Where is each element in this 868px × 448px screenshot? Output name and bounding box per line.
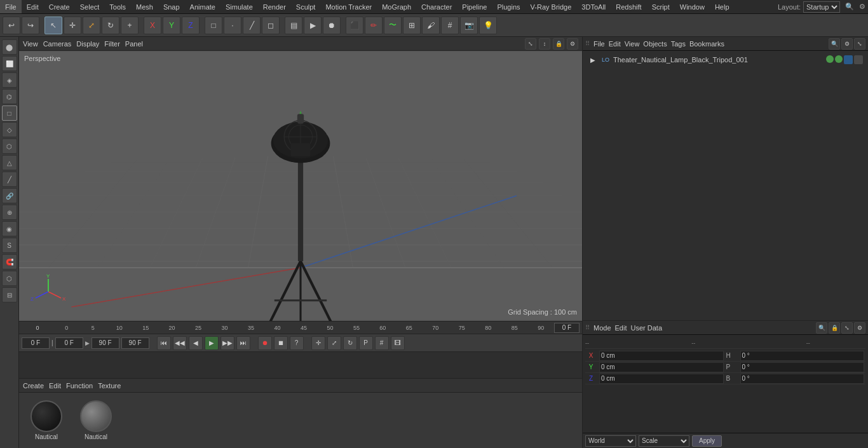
mat-menu-edit[interactable]: Edit (49, 382, 61, 390)
render-region-button[interactable]: ▤ (285, 17, 302, 34)
lt-mode4[interactable]: ⌬ (2, 89, 17, 104)
pen-button[interactable]: ✏ (365, 17, 383, 34)
step-back-button[interactable]: ◀◀ (173, 336, 187, 350)
om-settings-icon[interactable]: ⚙ (841, 38, 853, 50)
attr-z-pos[interactable] (599, 374, 724, 384)
viewport-3d[interactable]: Perspective Grid Spacing : 100 cm X Y Z (19, 51, 582, 321)
vp-menu-panel[interactable]: Panel (125, 40, 143, 48)
lt-mode8[interactable]: △ (2, 155, 17, 170)
menu-tools[interactable]: Tools (104, 0, 131, 13)
lt-mode16[interactable]: ⊟ (2, 287, 17, 302)
lt-mode5[interactable]: □ (2, 105, 17, 121)
material-swatch-0[interactable]: Nautical (24, 400, 69, 440)
menu-window[interactable]: Window (675, 0, 710, 13)
om-menu-file[interactable]: File (593, 40, 605, 48)
rotate-tool-button[interactable]: ↻ (102, 17, 119, 34)
attr-menu-userdata[interactable]: User Data (631, 324, 663, 332)
lt-mode14[interactable]: 🧲 (2, 254, 17, 269)
material-swatch-1[interactable]: Nautical (74, 400, 118, 440)
array-button[interactable]: ⊞ (403, 17, 421, 34)
attr-x-rot[interactable] (740, 351, 865, 361)
render-picture-button[interactable]: ⏺ (323, 17, 341, 34)
scale-transport-button[interactable]: ⤢ (327, 336, 341, 350)
light-button[interactable]: 💡 (479, 17, 497, 34)
menu-snap[interactable]: Snap (158, 0, 185, 13)
attr-y-rot[interactable] (740, 362, 865, 372)
max-frame-input[interactable] (121, 337, 149, 349)
pos-transport-button[interactable]: P (359, 336, 373, 350)
mat-menu-create[interactable]: Create (23, 382, 44, 390)
play-button[interactable]: ▶ (205, 336, 219, 350)
x-axis-button[interactable]: X (144, 17, 161, 34)
lt-mode2[interactable]: ⬜ (2, 56, 17, 71)
om-menu-edit[interactable]: Edit (609, 40, 621, 48)
undo-button[interactable]: ↩ (3, 17, 20, 34)
attr-z-rot[interactable] (740, 374, 865, 384)
rotate-transport-button[interactable]: ↻ (343, 336, 357, 350)
lt-mode11[interactable]: ⊕ (2, 205, 17, 220)
camera-button[interactable]: 📷 (460, 17, 478, 34)
menu-mograph[interactable]: MoGraph (377, 0, 416, 13)
attr-settings-icon[interactable]: ⚙ (854, 322, 865, 334)
search-icon[interactable]: 🔍 (843, 3, 857, 11)
prev-frame-button[interactable]: ◀ (189, 336, 203, 350)
menu-mesh[interactable]: Mesh (131, 0, 158, 13)
film-button[interactable]: 🎞 (391, 336, 405, 350)
apply-button[interactable]: Apply (692, 435, 722, 447)
menu-redshift[interactable]: Redshift (611, 0, 646, 13)
move-tool-button[interactable]: ✛ (64, 17, 81, 34)
om-dot-visible[interactable] (826, 55, 834, 63)
menu-plugins[interactable]: Plugins (492, 0, 525, 13)
timeline-tracks[interactable] (19, 352, 582, 378)
cube-button[interactable]: ⬛ (346, 17, 363, 34)
goto-end-button[interactable]: ⏭ (236, 336, 250, 350)
y-axis-button[interactable]: Y (163, 17, 180, 34)
frame-field-top[interactable] (554, 323, 580, 333)
world-select[interactable]: World (585, 435, 636, 447)
menu-3dtoall[interactable]: 3DToAll (576, 0, 611, 13)
om-menu-bookmarks[interactable]: Bookmarks (689, 40, 724, 48)
vp-icon-arrows[interactable]: ↕ (539, 38, 550, 50)
vp-menu-cameras[interactable]: Cameras (43, 40, 72, 48)
menu-animate[interactable]: Animate (185, 0, 220, 13)
transform-button[interactable]: + (121, 17, 139, 34)
menu-edit[interactable]: Edit (22, 0, 44, 13)
lt-mode10[interactable]: 🔗 (2, 188, 17, 203)
point-mode-button[interactable]: · (224, 17, 241, 34)
lt-mode9[interactable]: ╱ (2, 172, 17, 187)
attr-lock-icon[interactable]: 🔒 (829, 322, 840, 334)
vp-icon-settings[interactable]: ⚙ (567, 38, 578, 50)
om-expand-icon[interactable]: ⤡ (854, 38, 865, 50)
attr-search-icon[interactable]: 🔍 (816, 322, 827, 334)
timeline-ruler[interactable]: 0 0 5 10 15 20 25 30 35 40 45 50 55 60 6… (19, 322, 582, 334)
attr-x-pos[interactable] (599, 351, 724, 361)
om-search-icon[interactable]: 🔍 (829, 38, 840, 50)
menu-select[interactable]: Select (75, 0, 105, 13)
select-tool-button[interactable]: ↖ (44, 17, 62, 34)
end-frame-input[interactable] (92, 337, 119, 349)
scale-tool-button[interactable]: ⤢ (83, 17, 100, 34)
mat-menu-function[interactable]: Function (66, 382, 93, 390)
attr-expand-icon[interactable]: ⤡ (841, 322, 853, 334)
settings-icon[interactable]: ⚙ (857, 3, 868, 11)
om-layer-icon[interactable] (854, 55, 863, 64)
scale-select[interactable]: Scale (639, 435, 689, 447)
menu-pipeline[interactable]: Pipeline (457, 0, 492, 13)
attr-menu-edit[interactable]: Edit (615, 324, 627, 332)
menu-vray[interactable]: V-Ray Bridge (526, 0, 577, 13)
object-mode-button[interactable]: □ (205, 17, 222, 34)
paint-button[interactable]: 🖌 (422, 17, 440, 34)
move-transport-button[interactable]: ✛ (311, 336, 325, 350)
menu-simulate[interactable]: Simulate (220, 0, 258, 13)
menu-create[interactable]: Create (44, 0, 75, 13)
current-frame-input[interactable] (22, 337, 50, 349)
menu-character[interactable]: Character (416, 0, 457, 13)
menu-file[interactable]: File (0, 0, 22, 13)
goto-start-button[interactable]: ⏮ (157, 336, 171, 350)
auto-key-button[interactable]: ⏹ (274, 336, 288, 350)
om-menu-objects[interactable]: Objects (643, 40, 667, 48)
redo-button[interactable]: ↪ (22, 17, 39, 34)
lt-mode12[interactable]: ◉ (2, 221, 17, 236)
menu-help[interactable]: Help (710, 0, 735, 13)
edge-mode-button[interactable]: ╱ (243, 17, 261, 34)
